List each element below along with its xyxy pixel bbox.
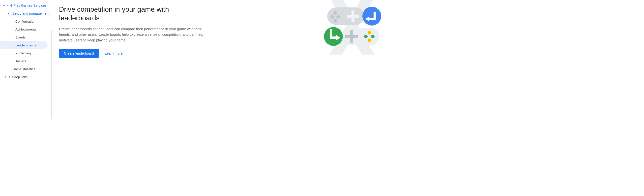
sidebar-item-testers[interactable]: Testers — [0, 57, 48, 65]
sidebar-item-label: Publishing — [15, 51, 31, 55]
svg-rect-14 — [347, 15, 359, 18]
sidebar-item-leaderboards[interactable]: Leaderboards — [0, 41, 48, 49]
caret-down-icon — [6, 13, 10, 14]
sidebar-item-game-statistics[interactable]: Game statistics — [0, 65, 50, 73]
sidebar-section-label: Play Games Services — [14, 4, 46, 8]
sidebar-item-deep-links[interactable]: Deep links — [0, 73, 50, 81]
sidebar-item-label: Game statistics — [12, 67, 35, 71]
svg-point-10 — [330, 15, 334, 19]
svg-point-15 — [362, 7, 381, 26]
sidebar-item-configuration[interactable]: Configuration — [0, 17, 48, 25]
link-icon — [4, 76, 10, 78]
sidebar-item-label: Events — [15, 36, 26, 39]
sidebar-item-achievements[interactable]: Achievements — [0, 25, 48, 33]
svg-point-22 — [371, 35, 374, 38]
page-description: Create leaderboards so that users can co… — [59, 26, 208, 43]
action-row: Create leaderboard Learn more — [59, 49, 208, 58]
svg-point-21 — [364, 35, 368, 38]
page-heading: Drive competition in your game with lead… — [59, 5, 208, 22]
gamepad-icon — [6, 4, 12, 7]
svg-point-9 — [334, 11, 337, 15]
sidebar-item-label: Testers — [15, 59, 26, 63]
sidebar-item-label: Leaderboards — [15, 43, 36, 47]
sidebar-subsection-setup-management[interactable]: Setup and management — [0, 10, 50, 17]
sidebar-item-label: Achievements — [15, 28, 36, 31]
illustration-gamepads — [320, 0, 384, 62]
sidebar-item-events[interactable]: Events — [0, 33, 48, 41]
sidebar-section-play-games-services[interactable]: Play Games Services — [0, 2, 50, 10]
learn-more-link[interactable]: Learn more — [105, 51, 123, 55]
sidebar-item-publishing[interactable]: Publishing — [0, 49, 48, 57]
svg-rect-19 — [345, 35, 358, 38]
svg-point-4 — [10, 6, 11, 6]
svg-point-20 — [368, 31, 371, 35]
caret-down-icon — [2, 5, 6, 6]
sidebar-subsection-label: Setup and management — [12, 12, 49, 15]
svg-point-12 — [334, 19, 337, 23]
main-content: Drive competition in your game with lead… — [51, 0, 387, 119]
sidebar-item-label: Deep links — [12, 75, 28, 79]
create-leaderboard-button[interactable]: Create leaderboard — [59, 49, 99, 58]
sidebar-item-label: Configuration — [15, 20, 35, 23]
sidebar: Play Games Services Setup and management… — [0, 0, 50, 119]
svg-point-11 — [336, 15, 340, 19]
svg-point-3 — [10, 5, 10, 6]
svg-point-23 — [368, 39, 371, 42]
